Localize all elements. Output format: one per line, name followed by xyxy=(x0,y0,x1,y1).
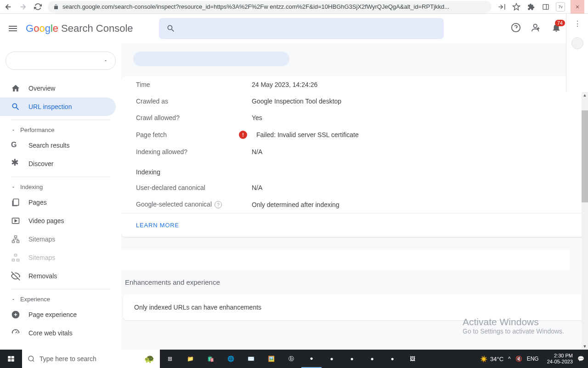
detail-row-user-canonical: User-declared canonical N/A xyxy=(121,179,586,196)
help-tooltip-icon[interactable]: ? xyxy=(215,201,222,208)
chevron-down-icon xyxy=(103,58,108,63)
sidebar-item-sitemaps[interactable]: Sitemaps xyxy=(0,230,116,248)
detail-row-indexing-allowed: Indexing allowed? N/A xyxy=(121,144,586,160)
image-icon[interactable]: 🖼 xyxy=(402,350,423,368)
scroll-thumb[interactable] xyxy=(582,110,588,202)
sidebar-item-label: URL inspection xyxy=(28,103,72,110)
logo[interactable]: Google Search Console xyxy=(26,23,133,34)
svg-rect-25 xyxy=(11,359,14,362)
gauge-icon xyxy=(11,328,20,338)
clock[interactable]: 2:30 PM 24-05-2023 xyxy=(543,353,573,365)
sidebar-item-search-results[interactable]: G Search results xyxy=(0,136,116,155)
sitemap-icon xyxy=(11,253,20,262)
sidebar-section-experience[interactable]: Experience xyxy=(0,289,121,305)
sidebar-section-performance[interactable]: Performance xyxy=(0,120,121,136)
extensions-icon[interactable] xyxy=(526,2,536,12)
sidebar-item-removals[interactable]: Removals xyxy=(0,267,116,285)
svg-rect-15 xyxy=(15,236,17,238)
home-icon xyxy=(11,84,20,93)
sidebar-item-pages[interactable]: Pages xyxy=(0,193,116,212)
bing-icon[interactable]: ⓑ xyxy=(281,350,301,368)
bookmark-icon[interactable] xyxy=(512,2,521,12)
chrome-side-panel: ⋮ xyxy=(566,14,588,92)
notification-badge: 74 xyxy=(555,20,565,26)
sidebar-item-sitemaps-dup[interactable]: Sitemaps xyxy=(0,248,116,267)
url-text: search.google.com/search-console/inspect… xyxy=(62,3,449,10)
svg-rect-20 xyxy=(17,259,19,261)
taskbar-search[interactable]: Type here to search 🐢 xyxy=(22,350,160,368)
volume-icon[interactable]: 🔇 xyxy=(515,356,522,362)
video-icon xyxy=(11,216,20,225)
chrome-icon-5[interactable]: ● xyxy=(382,350,402,368)
property-selector[interactable] xyxy=(6,52,116,70)
menu-icon[interactable] xyxy=(7,23,18,34)
search-icon xyxy=(28,355,35,362)
sidebar: Overview URL inspection Performance G Se… xyxy=(0,43,121,351)
product-name: Search Console xyxy=(61,23,133,34)
inspected-url-pill[interactable] xyxy=(133,52,289,66)
sidebar-item-label: Removals xyxy=(28,272,57,280)
windows-taskbar: Type here to search 🐢 ⊞ 📁 🛍️ 🌐 ✉️ 🖼️ ⓑ ●… xyxy=(0,350,588,368)
notifications-icon[interactable]: 74 xyxy=(551,23,561,34)
sidebar-item-overview[interactable]: Overview xyxy=(0,79,116,98)
svg-rect-13 xyxy=(13,199,19,206)
weather-widget[interactable]: ☀️ 34°C xyxy=(480,356,503,362)
sidebar-item-url-inspection[interactable]: URL inspection xyxy=(0,98,116,116)
address-bar[interactable]: search.google.com/search-console/inspect… xyxy=(48,1,492,13)
system-tray: ☀️ 34°C ^ 🔇 ENG 2:30 PM 24-05-2023 💬 xyxy=(480,353,588,365)
svg-rect-16 xyxy=(12,241,15,242)
start-button[interactable] xyxy=(0,350,22,368)
svg-rect-23 xyxy=(11,356,14,358)
store-icon[interactable]: 🛍️ xyxy=(200,350,220,368)
svg-rect-19 xyxy=(12,259,15,261)
language-indicator[interactable]: ENG xyxy=(527,356,539,362)
detail-row-crawled-as: Crawled as Google Inspection Tool deskto… xyxy=(121,93,586,109)
indexing-section-title: Indexing xyxy=(121,160,586,179)
chrome-icon-2[interactable]: ● xyxy=(322,350,342,368)
tray-chevron-icon[interactable]: ^ xyxy=(508,356,511,362)
sidebar-item-discover[interactable]: ✱ Discover xyxy=(0,155,116,173)
chevron-down-icon xyxy=(11,297,16,302)
scroll-up[interactable]: ▲ xyxy=(582,92,588,98)
enhancements-title: Enhancements and experience xyxy=(123,274,584,294)
asterisk-icon: ✱ xyxy=(11,159,20,168)
chrome-icon-4[interactable]: ● xyxy=(362,350,382,368)
back-button[interactable] xyxy=(4,2,13,12)
panel-icon[interactable] xyxy=(541,2,550,12)
explorer-icon[interactable]: 📁 xyxy=(180,350,200,368)
task-view-icon[interactable]: ⊞ xyxy=(160,350,180,368)
pages-icon xyxy=(11,198,20,207)
scroll-down[interactable]: ▼ xyxy=(582,343,588,350)
close-button[interactable] xyxy=(571,0,584,14)
chrome-menu-icon[interactable]: ⋮ xyxy=(574,19,581,28)
search-icon xyxy=(166,24,175,33)
mail-icon[interactable]: ✉️ xyxy=(241,350,261,368)
profile-avatar[interactable] xyxy=(571,37,583,49)
sidebar-item-core-web-vitals[interactable]: Core web vitals xyxy=(0,324,116,342)
profile-icon[interactable]: 7v xyxy=(556,2,565,12)
inspect-search-bar[interactable] xyxy=(159,18,444,39)
photos-icon[interactable]: 🖼️ xyxy=(261,350,281,368)
edge-icon[interactable]: 🌐 xyxy=(220,350,241,368)
sidebar-item-page-experience[interactable]: Page experience xyxy=(0,305,116,324)
user-settings-icon[interactable] xyxy=(531,23,541,34)
indexing-card: Time 24 May 2023, 14:24:26 Crawled as Go… xyxy=(121,76,586,237)
browser-toolbar: search.google.com/search-console/inspect… xyxy=(0,0,588,14)
chrome-icon[interactable]: ● xyxy=(301,350,322,368)
svg-rect-24 xyxy=(8,359,11,362)
search-icon xyxy=(11,102,20,111)
sidebar-section-indexing[interactable]: Indexing xyxy=(0,177,121,193)
svg-rect-18 xyxy=(15,254,17,256)
enhancements-card: Only indexed URLs can have enhancements xyxy=(123,294,584,320)
share-icon[interactable] xyxy=(497,2,506,12)
reload-button[interactable] xyxy=(33,2,42,12)
svg-point-3 xyxy=(534,24,537,27)
detail-row-page-fetch: Page fetch !Failed: Invalid server SSL c… xyxy=(121,126,586,144)
whitespace-gap xyxy=(121,250,570,270)
learn-more-link[interactable]: LEARN MORE xyxy=(121,213,586,237)
sidebar-item-video-pages[interactable]: Video pages xyxy=(0,212,116,230)
help-icon[interactable] xyxy=(511,23,521,34)
chrome-icon-3[interactable]: ● xyxy=(342,350,362,368)
action-center-icon[interactable]: 💬 xyxy=(577,356,584,362)
forward-button[interactable] xyxy=(18,2,28,12)
